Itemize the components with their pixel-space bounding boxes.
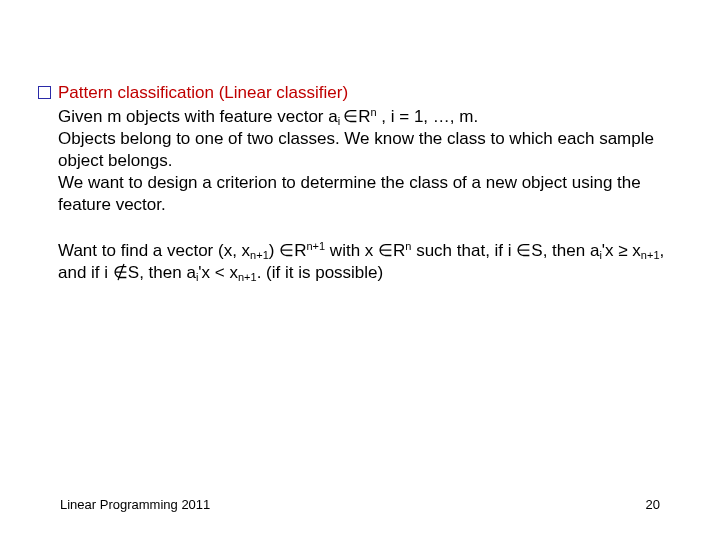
body-paragraph-1: Given m objects with feature vector ai ∈… [58,106,682,216]
text: We want to design a criterion to determi… [58,173,641,214]
text: . (if it is possible) [257,263,384,282]
text: Given m objects with feature vector a [58,107,338,126]
subscript: i [196,271,198,283]
footer-course-label: Linear Programming 2011 [60,497,210,512]
superscript: n [405,240,411,252]
text: with x ∈R [325,241,405,260]
superscript: n [370,106,376,118]
item-title: Pattern classification (Linear classifie… [58,82,348,104]
text: ∈R [343,107,370,126]
subscript: n+1 [641,249,660,261]
subscript: i [338,115,344,127]
square-bullet-icon [38,86,51,99]
text: such that, if i ∈S, then a [411,241,599,260]
content-block: Pattern classification (Linear classifie… [38,82,682,284]
body-paragraph-2: Want to find a vector (x, xn+1) ∈Rn+1 wi… [58,240,682,284]
text: 'x ≥ x [602,241,641,260]
text: Objects belong to one of two classes. We… [58,129,654,170]
superscript: n+1 [306,240,325,252]
text: ) ∈R [269,241,307,260]
subscript: i [599,249,601,261]
subscript: n+1 [250,249,269,261]
slide: Pattern classification (Linear classifie… [0,0,720,540]
subscript: n+1 [238,271,257,283]
text: 'x < x [198,263,238,282]
bullet-item: Pattern classification (Linear classifie… [38,82,682,104]
text: Want to find a vector (x, x [58,241,250,260]
text: , i = 1, …, m. [377,107,479,126]
footer-page-number: 20 [646,497,660,512]
